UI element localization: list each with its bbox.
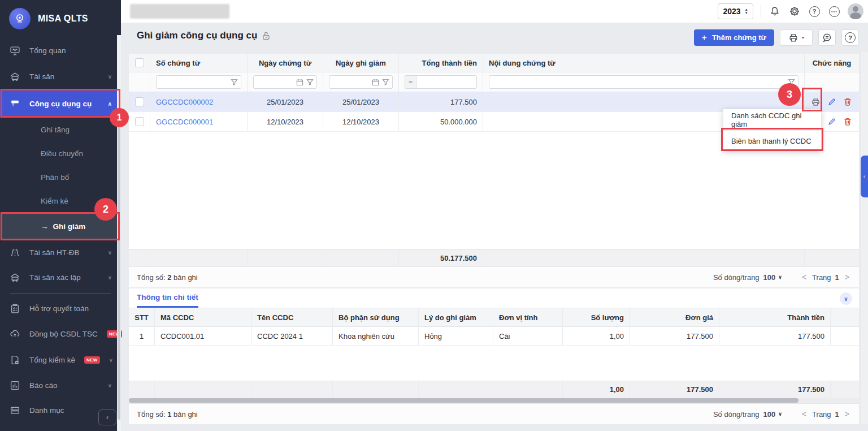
row-checkbox[interactable] <box>135 117 144 126</box>
new-badge: NEW <box>84 356 100 364</box>
prev-page-button[interactable]: < <box>800 273 808 282</box>
sidebar-item-tai-san-ht-db[interactable]: Tài sản HT-ĐB ∨ <box>0 240 121 265</box>
detail-collapse-button[interactable]: ∨ <box>840 292 852 305</box>
subitem-label: Kiểm kê <box>41 197 68 205</box>
chevron-left-icon: ‹ <box>863 174 865 179</box>
sidebar-subitem-ghi-tang[interactable]: Ghi tăng <box>0 118 121 141</box>
detail-horizontal-scrollbar[interactable] <box>129 398 859 403</box>
row-edit-button[interactable] <box>826 115 837 128</box>
help-button[interactable]: ? <box>808 5 821 18</box>
page-number: 1 <box>835 273 839 282</box>
sidebar-item-tai-san-xac-lap[interactable]: Tài sản xác lập ∨ <box>0 265 121 290</box>
detail-row[interactable]: 1 CCDC001.01 CCDC 2024 1 Khoa nghiên cứu… <box>129 327 859 346</box>
sidebar-item-cong-cu-dung-cu[interactable]: Công cụ dụng cụ ∧ <box>0 89 121 118</box>
cloud-upload-icon <box>9 329 20 339</box>
arrow-right-icon: → <box>41 222 49 231</box>
funnel-icon <box>382 79 389 86</box>
content-vertical-scrollbar[interactable] <box>861 52 868 424</box>
sidebar-scrollbar[interactable] <box>117 35 121 431</box>
doc-no-link[interactable]: GGCCDC000001 <box>156 118 213 126</box>
subitem-label: Điều chuyển <box>41 149 83 158</box>
sidebar-item-tong-quan[interactable]: Tổng quan <box>0 37 121 63</box>
sidebar-item-label: Đồng bộ CSDL TSC <box>29 330 98 338</box>
code-cell: CCDC001.01 <box>155 327 251 345</box>
filter-total-input[interactable] <box>416 75 477 89</box>
sidebar-item-tong-kiem-ke[interactable]: Tổng kiểm kê NEW ∨ <box>0 347 121 373</box>
print-menu-button[interactable]: ▾ <box>780 29 813 46</box>
asset-establish-icon <box>9 272 20 283</box>
page-label: Trang <box>812 273 831 282</box>
rows-per-page-select[interactable]: 100 ∨ <box>763 273 782 282</box>
notifications-button[interactable] <box>769 5 781 18</box>
summary-quantity: 1,00 <box>563 381 630 398</box>
summary-total: 50.177.500 <box>399 249 483 266</box>
subitem-label: Ghi giảm <box>53 222 86 231</box>
equals-operator[interactable]: = <box>405 75 416 89</box>
rows-per-page-select[interactable]: 100 ∨ <box>763 410 782 419</box>
menu-item-danh-sach-ccdc-ghi-giam[interactable]: Danh sách CCDC ghi giảm <box>723 109 821 130</box>
row-checkbox[interactable] <box>135 97 144 106</box>
tab-thong-tin-chi-tiet[interactable]: Thông tin chi tiết <box>137 288 198 308</box>
col-amount: Thành tiền <box>719 308 831 326</box>
sidebar-scrollbar-thumb[interactable] <box>118 114 120 420</box>
filter-doc-date-input[interactable] <box>253 75 317 89</box>
sidebar-divider <box>10 293 111 294</box>
sidebar-item-ho-tro-quyet-toan[interactable]: Hỗ trợ quyết toán <box>0 296 121 321</box>
filter-content-input[interactable] <box>489 75 798 89</box>
more-button[interactable]: ⋯ <box>828 5 840 18</box>
redacted-org-name <box>130 4 229 19</box>
page-title: Ghi giảm công cụ dụng cụ <box>137 30 271 41</box>
filter-doc-no-input[interactable] <box>156 75 241 89</box>
menu-item-bien-ban-thanh-ly-ccdc[interactable]: Biên bản thanh lý CCDC <box>723 130 821 151</box>
prev-page-button[interactable]: < <box>800 410 808 419</box>
add-voucher-button[interactable]: + Thêm chứng từ <box>694 29 774 46</box>
annotation-step-1: 1 <box>110 108 129 127</box>
next-page-button[interactable]: > <box>843 273 851 282</box>
col-content[interactable]: Nội dung chứng từ <box>483 54 805 72</box>
col-unit-price: Đơn giá <box>630 308 719 326</box>
table-header-row: Số chứng từ Ngày chứng từ Ngày ghi giảm … <box>129 54 859 72</box>
sidebar-item-tai-san[interactable]: Tài sản ∨ <box>0 63 121 89</box>
annotation-step-2: 2 <box>94 198 117 221</box>
quantity-cell: 1,00 <box>563 327 630 345</box>
sidebar-subitem-phan-bo[interactable]: Phân bổ <box>0 165 121 189</box>
asset-icon <box>9 71 20 82</box>
doc-no-link[interactable]: GGCCDC000002 <box>156 98 213 106</box>
side-panel-expand-tab[interactable]: ‹ <box>861 156 868 197</box>
year-spinner-icon[interactable]: ▲▼ <box>745 8 748 15</box>
col-doc-date[interactable]: Ngày chứng từ <box>248 54 323 72</box>
stt-cell: 1 <box>129 327 155 345</box>
sidebar-item-label: Tài sản xác lập <box>29 273 99 282</box>
detail-header-row: STT Mã CCDC Tên CCDC Bộ phận sử dụng Lý … <box>129 308 859 327</box>
detail-tab-bar: Thông tin chi tiết ∨ <box>129 288 859 308</box>
row-delete-button[interactable] <box>843 96 853 108</box>
filter-reduce-date-input[interactable] <box>329 75 393 89</box>
settings-button[interactable] <box>788 5 801 18</box>
col-reduce-date[interactable]: Ngày ghi giảm <box>323 54 399 72</box>
detail-scrollbar-thumb[interactable] <box>129 398 798 403</box>
tools-icon <box>9 98 20 109</box>
dashboard-icon <box>9 45 20 56</box>
row-edit-button[interactable] <box>826 96 837 108</box>
sidebar-item-bao-cao[interactable]: Báo cáo ∨ <box>0 373 121 398</box>
row-print-button[interactable] <box>810 96 821 108</box>
col-doc-no[interactable]: Số chứng từ <box>150 54 248 72</box>
sidebar-item-dong-bo-csdl-tsc[interactable]: Đồng bộ CSDL TSC NEW <box>0 321 121 347</box>
col-total[interactable]: Tổng thành tiền <box>399 54 483 72</box>
select-all-cell <box>129 54 150 72</box>
caret-down-icon: ▾ <box>802 35 804 40</box>
sidebar-subitem-dieu-chuyen[interactable]: Điều chuyển <box>0 141 121 165</box>
user-avatar[interactable] <box>848 3 863 19</box>
feedback-button[interactable] <box>818 29 836 46</box>
fiscal-year-selector[interactable]: 2023 ▲▼ <box>718 3 753 19</box>
annotation-step-3: 3 <box>778 83 801 106</box>
help-panel-button[interactable]: ? <box>841 29 859 46</box>
next-page-button[interactable]: > <box>843 410 851 419</box>
select-all-checkbox[interactable] <box>135 58 144 67</box>
chevron-down-icon: ∨ <box>108 249 112 256</box>
trash-icon <box>843 117 852 126</box>
funnel-icon <box>231 79 238 86</box>
calendar-icon <box>372 79 379 86</box>
sidebar-collapse-button[interactable]: ‹ <box>98 410 116 425</box>
row-delete-button[interactable] <box>843 115 853 128</box>
